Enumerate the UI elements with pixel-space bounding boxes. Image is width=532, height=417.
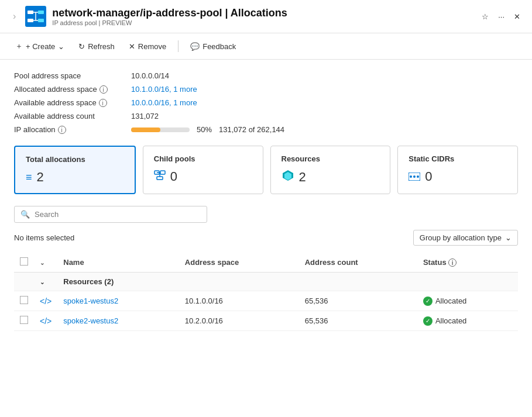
group-select-cell: [14, 273, 34, 291]
feedback-button[interactable]: 💬 Feedback: [184, 39, 242, 54]
refresh-label: Refresh: [88, 42, 115, 51]
row2-status-icon: [423, 316, 433, 326]
child-pool-icon: [154, 169, 166, 184]
table-row: </> spoke1-westus2 10.1.0.0/16 65,536 Al…: [14, 291, 518, 311]
card-total-title: Total allocations: [26, 155, 124, 164]
chevron-down-icon: ⌄: [505, 233, 512, 242]
remove-button[interactable]: ✕ Remove: [123, 39, 172, 54]
create-button[interactable]: ＋ + Create ⌄: [9, 38, 70, 54]
feedback-label: Feedback: [202, 42, 236, 51]
group-by-button[interactable]: Group by allocation type ⌄: [413, 230, 518, 246]
svg-rect-4: [38, 19, 44, 22]
allocated-info-icon[interactable]: i: [99, 85, 108, 94]
ip-allocation-value: 50% 131,072 of 262,144: [131, 125, 518, 134]
group-expand-icon: ⌄: [40, 279, 44, 285]
svg-rect-9: [160, 171, 165, 174]
available-address-space-link[interactable]: 10.0.0.0/16, 1 more: [131, 98, 197, 107]
expand-header: ⌄: [34, 253, 57, 273]
title-text: network-manager/ip-address-pool | Alloca…: [52, 7, 287, 26]
expand-chevron-icon[interactable]: ⌄: [40, 260, 44, 266]
row1-address-space: 10.1.0.0/16: [179, 291, 299, 311]
col-address-space-header[interactable]: Address space: [179, 253, 299, 273]
row1-status-label: Allocated: [435, 297, 466, 305]
row1-name: spoke1-westus2: [57, 291, 179, 311]
row1-checkbox[interactable]: [20, 296, 28, 304]
status-info-icon[interactable]: i: [448, 259, 457, 267]
create-chevron-icon: ⌄: [58, 42, 64, 51]
progress-bar-bg: [131, 127, 190, 132]
cards-row: Total allocations ≡ 2 Child pools: [14, 146, 518, 194]
main-content: Pool address space 10.0.0.0/14 Allocated…: [0, 60, 532, 343]
available-address-space-value: 10.0.0.0/16, 1 more: [131, 98, 518, 107]
available-address-count-label: Available address count: [14, 112, 131, 120]
remove-icon: ✕: [129, 42, 135, 51]
search-input[interactable]: [35, 210, 201, 219]
col-status-header: Status i: [417, 253, 518, 273]
page-subtitle: IP address pool | PREVIEW: [52, 19, 287, 26]
available-address-space-label: Available address space i: [14, 98, 131, 107]
row2-name-link[interactable]: spoke2-westus2: [63, 316, 118, 325]
create-label: + Create: [26, 42, 55, 51]
toolbar: ＋ + Create ⌄ ↻ Refresh ✕ Remove 💬 Feedba…: [0, 33, 532, 60]
col-name-header[interactable]: Name: [57, 253, 179, 273]
pool-address-space-value: 10.0.0.0/14: [131, 71, 518, 80]
row1-status-badge: Allocated: [423, 297, 512, 306]
svg-point-18: [417, 175, 419, 178]
title-left: › network-manager/ip-address-pool | Allo…: [9, 6, 287, 27]
title-actions: ☆ ··· ✕: [479, 11, 523, 22]
ip-allocation-info-icon[interactable]: i: [58, 126, 66, 134]
refresh-button[interactable]: ↻ Refresh: [73, 39, 121, 54]
group-label: Resources (2): [57, 273, 518, 291]
no-items-label: No items selected: [14, 233, 74, 242]
card-static-cidrs[interactable]: Static CIDRs 0: [397, 146, 518, 194]
row2-checkbox[interactable]: [20, 316, 28, 324]
resource-icon: [282, 169, 294, 185]
row2-status: Allocated: [417, 311, 518, 331]
card-static-cidrs-count: 0: [409, 169, 507, 184]
row2-status-label: Allocated: [435, 316, 466, 325]
group-expand-cell[interactable]: ⌄: [34, 273, 57, 291]
card-child-pools-title: Child pools: [154, 154, 252, 163]
static-cidr-icon: [409, 169, 420, 184]
row1-address-count: 65,536: [299, 291, 417, 311]
card-child-pools[interactable]: Child pools 0: [143, 146, 263, 194]
row1-status: Allocated: [417, 291, 518, 311]
allocated-address-space-value: 10.1.0.0/16, 1 more: [131, 85, 518, 94]
list-header: No items selected Group by allocation ty…: [14, 230, 518, 246]
allocated-address-space-link[interactable]: 10.1.0.0/16, 1 more: [131, 85, 197, 94]
svg-rect-3: [38, 11, 44, 14]
list-icon: ≡: [26, 171, 32, 184]
nav-back[interactable]: ›: [9, 9, 19, 24]
page-title: network-manager/ip-address-pool | Alloca…: [52, 7, 287, 19]
row1-name-link[interactable]: spoke1-westus2: [63, 297, 118, 305]
table-header-row: ⌄ Name Address space Address count Statu…: [14, 253, 518, 273]
card-total[interactable]: Total allocations ≡ 2: [14, 146, 136, 194]
available-space-info-icon[interactable]: i: [99, 99, 107, 107]
row2-icon-cell: </>: [34, 311, 57, 331]
group-row-resources: ⌄ Resources (2): [14, 273, 518, 291]
select-all-header: [14, 253, 34, 273]
favorite-button[interactable]: ☆: [479, 11, 491, 22]
app-icon: [25, 6, 46, 27]
row2-address-space: 10.2.0.0/16: [179, 311, 299, 331]
group-by-label: Group by allocation type: [420, 233, 502, 242]
card-resources[interactable]: Resources 2: [270, 146, 391, 194]
create-plus-icon: ＋: [15, 41, 23, 51]
svg-rect-10: [157, 177, 163, 180]
more-button[interactable]: ···: [496, 11, 507, 22]
close-button[interactable]: ✕: [512, 11, 523, 22]
feedback-icon: 💬: [190, 42, 200, 51]
toolbar-divider: [178, 40, 179, 52]
title-bar: › network-manager/ip-address-pool | Allo…: [0, 0, 532, 33]
col-address-count-header[interactable]: Address count: [299, 253, 417, 273]
card-resources-title: Resources: [282, 154, 380, 163]
row2-select: [14, 311, 34, 331]
row1-status-icon: [423, 297, 433, 306]
ip-allocation-percent: 50%: [197, 125, 212, 134]
progress-bar-fill: [131, 127, 160, 132]
select-all-checkbox[interactable]: [20, 257, 28, 266]
refresh-icon: ↻: [78, 42, 85, 51]
card-resources-count: 2: [282, 169, 380, 185]
allocations-table: ⌄ Name Address space Address count Statu…: [14, 253, 518, 331]
remove-label: Remove: [138, 42, 166, 51]
